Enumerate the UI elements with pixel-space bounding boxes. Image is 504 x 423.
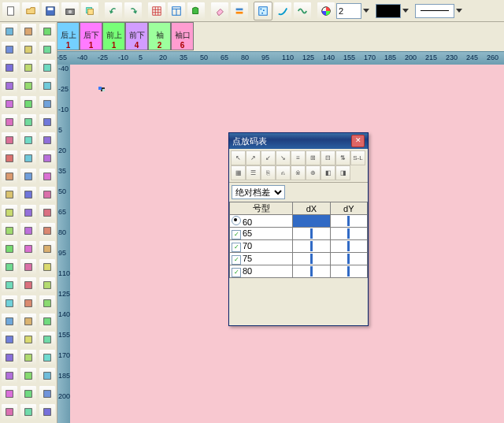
table-row[interactable]: 60 bbox=[230, 215, 368, 228]
side-tool-icon[interactable] bbox=[20, 240, 37, 258]
side-tool-icon[interactable] bbox=[20, 367, 37, 384]
undo-icon[interactable] bbox=[104, 2, 123, 20]
side-tool-icon[interactable] bbox=[20, 168, 37, 185]
camera-icon[interactable] bbox=[61, 2, 80, 20]
dialog-tool-icon[interactable]: ⎘ bbox=[261, 165, 276, 180]
side-tool-icon[interactable] bbox=[20, 95, 37, 113]
grading-table[interactable]: 号型 dX dY 60✓65✓70✓75✓80 bbox=[229, 202, 368, 278]
side-tool-icon[interactable] bbox=[39, 367, 56, 384]
side-tool-icon[interactable] bbox=[20, 222, 37, 239]
color-picker-icon[interactable] bbox=[317, 2, 335, 20]
line-style-select[interactable] bbox=[415, 4, 462, 18]
curve2-icon[interactable] bbox=[293, 2, 312, 20]
side-tool-icon[interactable] bbox=[20, 150, 37, 167]
close-icon[interactable]: ✕ bbox=[351, 135, 365, 147]
side-tool-icon[interactable] bbox=[39, 222, 56, 239]
stroke-width-input[interactable]: 2 bbox=[336, 4, 369, 18]
side-tool-icon[interactable] bbox=[39, 403, 56, 421]
layers-icon[interactable] bbox=[80, 2, 99, 20]
side-tool-icon[interactable] bbox=[1, 41, 18, 58]
side-tool-icon[interactable] bbox=[39, 113, 56, 131]
side-tool-icon[interactable] bbox=[1, 403, 18, 421]
side-tool-icon[interactable] bbox=[20, 349, 37, 366]
side-tool-icon[interactable] bbox=[39, 59, 56, 76]
side-tool-icon[interactable] bbox=[1, 59, 18, 76]
side-tool-icon[interactable] bbox=[1, 113, 18, 131]
side-tool-icon[interactable] bbox=[1, 23, 18, 40]
side-tool-icon[interactable] bbox=[20, 403, 37, 421]
open-icon[interactable] bbox=[21, 2, 40, 20]
new-icon[interactable] bbox=[2, 2, 20, 20]
dialog-tool-icon[interactable]: ⊞ bbox=[306, 150, 321, 165]
side-tool-icon[interactable] bbox=[1, 150, 18, 167]
side-tool-icon[interactable] bbox=[39, 168, 56, 185]
side-tool-icon[interactable] bbox=[39, 95, 56, 113]
side-tool-icon[interactable] bbox=[39, 204, 56, 221]
pattern-tab[interactable]: 后下1 bbox=[80, 22, 102, 50]
pattern-tab[interactable]: 前上1 bbox=[102, 22, 125, 50]
dialog-tool-icon[interactable]: ⊕ bbox=[306, 165, 321, 180]
side-tool-icon[interactable] bbox=[20, 204, 37, 221]
dialog-tool-icon[interactable]: ◨ bbox=[335, 165, 350, 180]
stroke-color-swatch[interactable] bbox=[376, 4, 409, 18]
grade-chart-icon[interactable] bbox=[254, 2, 272, 20]
side-tool-icon[interactable] bbox=[1, 331, 18, 348]
side-tool-icon[interactable] bbox=[20, 41, 37, 58]
dialog-tool-icon[interactable]: ↗ bbox=[246, 150, 261, 165]
side-tool-icon[interactable] bbox=[1, 222, 18, 239]
side-tool-icon[interactable] bbox=[39, 349, 56, 366]
side-tool-icon[interactable] bbox=[39, 77, 56, 95]
table-row[interactable]: ✓70 bbox=[230, 240, 368, 253]
side-tool-icon[interactable] bbox=[39, 41, 56, 58]
side-tool-icon[interactable] bbox=[1, 276, 18, 294]
side-tool-icon[interactable] bbox=[1, 349, 18, 366]
side-tool-icon[interactable] bbox=[1, 132, 18, 149]
side-tool-icon[interactable] bbox=[1, 186, 18, 203]
side-tool-icon[interactable] bbox=[20, 331, 37, 348]
table-row[interactable]: ✓65 bbox=[230, 228, 368, 240]
side-tool-icon[interactable] bbox=[1, 77, 18, 95]
table-row[interactable]: ✓80 bbox=[230, 265, 368, 278]
save-icon[interactable] bbox=[41, 2, 60, 20]
side-tool-icon[interactable] bbox=[1, 385, 18, 403]
side-tool-icon[interactable] bbox=[39, 240, 56, 258]
side-tool-icon[interactable] bbox=[20, 77, 37, 95]
dialog-tool-icon[interactable]: ⎌ bbox=[276, 165, 291, 180]
pattern-tab[interactable]: 后上1 bbox=[57, 22, 80, 50]
side-tool-icon[interactable] bbox=[1, 168, 18, 185]
design-canvas[interactable]: 点放码表 ✕ ↖↗↙↘≡⊞⊟⇅S-L▦☰⎘⎌※⊕◧◨ 绝对档差 号型 dX dY… bbox=[70, 65, 504, 423]
shape-icon[interactable] bbox=[187, 2, 206, 20]
side-tool-icon[interactable] bbox=[1, 295, 18, 312]
side-tool-icon[interactable] bbox=[1, 313, 18, 330]
dialog-tool-icon[interactable]: S-L bbox=[350, 150, 365, 165]
pattern-tab[interactable]: 袖2 bbox=[148, 22, 171, 50]
side-tool-icon[interactable] bbox=[39, 276, 56, 294]
dialog-tool-icon[interactable]: ↘ bbox=[276, 150, 291, 165]
side-tool-icon[interactable] bbox=[20, 59, 37, 76]
side-tool-icon[interactable] bbox=[20, 295, 37, 312]
table-row[interactable]: ✓75 bbox=[230, 253, 368, 265]
side-tool-icon[interactable] bbox=[39, 258, 56, 276]
side-tool-icon[interactable] bbox=[20, 132, 37, 149]
dialog-titlebar[interactable]: 点放码表 ✕ bbox=[229, 133, 368, 149]
side-tool-icon[interactable] bbox=[39, 150, 56, 167]
dialog-tool-icon[interactable]: ☰ bbox=[246, 165, 261, 180]
curve-icon[interactable] bbox=[273, 2, 292, 20]
side-tool-icon[interactable] bbox=[20, 186, 37, 203]
side-tool-icon[interactable] bbox=[20, 258, 37, 276]
side-tool-icon[interactable] bbox=[1, 95, 18, 113]
align-icon[interactable] bbox=[230, 2, 249, 20]
side-tool-icon[interactable] bbox=[1, 258, 18, 276]
side-tool-icon[interactable] bbox=[20, 23, 37, 40]
side-tool-icon[interactable] bbox=[20, 313, 37, 330]
side-tool-icon[interactable] bbox=[39, 331, 56, 348]
dialog-tool-icon[interactable]: ▦ bbox=[231, 165, 246, 180]
pattern-tab[interactable]: 袖口6 bbox=[171, 22, 194, 50]
pattern-tab[interactable]: 前下4 bbox=[125, 22, 148, 50]
side-tool-icon[interactable] bbox=[20, 276, 37, 294]
dialog-tool-icon[interactable]: ↙ bbox=[261, 150, 276, 165]
side-tool-icon[interactable] bbox=[1, 204, 18, 221]
side-tool-icon[interactable] bbox=[39, 23, 56, 40]
side-tool-icon[interactable] bbox=[39, 295, 56, 312]
grade-mode-select[interactable]: 绝对档差 bbox=[232, 185, 285, 199]
